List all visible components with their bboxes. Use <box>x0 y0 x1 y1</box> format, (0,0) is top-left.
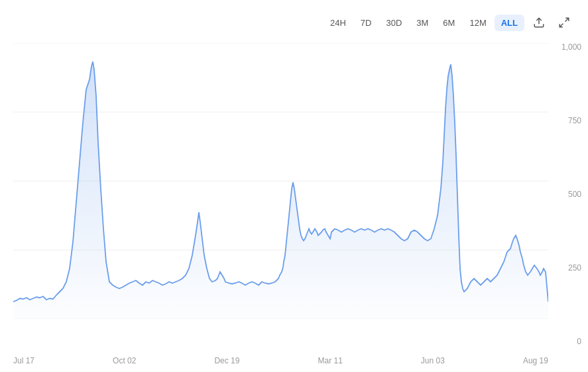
x-label-jul17: Jul 17 <box>13 356 34 365</box>
y-label-0: 0 <box>577 338 581 345</box>
y-label-500: 500 <box>568 190 581 198</box>
svg-line-1 <box>565 18 569 21</box>
btn-12m[interactable]: 12M <box>463 15 493 31</box>
btn-7d[interactable]: 7D <box>354 15 379 31</box>
x-label-mar11: Mar 11 <box>318 356 342 365</box>
btn-30d[interactable]: 30D <box>379 15 408 31</box>
btn-6m[interactable]: 6M <box>436 15 461 31</box>
y-axis: 1,000 750 500 250 0 <box>548 43 581 345</box>
export-button[interactable] <box>528 12 550 33</box>
x-label-oct02: Oct 02 <box>113 356 136 365</box>
btn-3m[interactable]: 3M <box>410 15 435 31</box>
toolbar: 24H 7D 30D 3M 6M 12M ALL <box>323 12 575 33</box>
btn-all[interactable]: ALL <box>495 15 524 31</box>
chart-fill <box>13 62 548 319</box>
x-label-aug19: Aug 19 <box>523 356 548 365</box>
y-label-250: 250 <box>568 264 581 272</box>
x-axis: Jul 17 Oct 02 Dec 19 Mar 11 Jun 03 Aug 1… <box>13 356 548 365</box>
svg-line-2 <box>559 24 563 27</box>
btn-24h[interactable]: 24H <box>323 15 353 31</box>
y-label-750: 750 <box>568 117 581 125</box>
x-label-dec19: Dec 19 <box>214 356 239 365</box>
fullscreen-button[interactable] <box>554 12 575 33</box>
x-label-jun03: Jun 03 <box>421 356 445 365</box>
chart-svg <box>13 43 548 319</box>
y-label-1000: 1,000 <box>561 43 581 51</box>
